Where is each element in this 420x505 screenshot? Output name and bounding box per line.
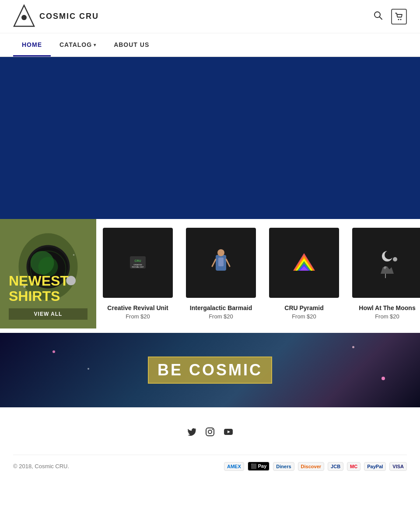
product-price: From $20 bbox=[352, 313, 420, 320]
nav-home[interactable]: HOME bbox=[13, 33, 51, 57]
be-cosmic-text: BE COSMIC bbox=[148, 357, 272, 384]
products-wrapper: NEWEST SHIRTS VIEW ALL CRU CREATIVE REVI bbox=[0, 219, 420, 328]
header-actions bbox=[374, 9, 407, 25]
youtube-link[interactable] bbox=[224, 427, 233, 439]
product-image: CRU CREATIVE REVIVAL UNIT bbox=[103, 228, 173, 298]
nav-catalog[interactable]: CATALOG ▾ bbox=[51, 33, 105, 57]
product-price: From $20 bbox=[269, 313, 339, 320]
payment-discover: Discover bbox=[298, 462, 324, 471]
payment-amex: AMEX bbox=[224, 462, 244, 471]
payment-diners: Diners bbox=[273, 462, 294, 471]
product-image bbox=[186, 228, 256, 298]
shirt-design-barmaid bbox=[190, 232, 252, 293]
svg-point-20 bbox=[217, 249, 224, 256]
star-decoration bbox=[88, 368, 89, 370]
social-links bbox=[13, 420, 407, 446]
svg-point-34 bbox=[393, 257, 397, 261]
star-decoration bbox=[52, 350, 55, 353]
svg-point-33 bbox=[385, 251, 393, 259]
payment-mastercard: MC bbox=[347, 462, 360, 471]
svg-point-14 bbox=[73, 254, 75, 256]
svg-text:REVIVAL UNIT: REVIVAL UNIT bbox=[132, 266, 144, 268]
search-button[interactable] bbox=[374, 11, 382, 22]
footer-bottom: © 2018, Cosmic CRU. AMEX ⬛ Pay Diners Di… bbox=[13, 455, 407, 471]
be-cosmic-banner: BE COSMIC bbox=[0, 333, 420, 407]
copyright-text: © 2018, Cosmic CRU. bbox=[13, 463, 69, 470]
product-price: From $20 bbox=[186, 313, 256, 320]
product-card[interactable]: Howl At The Moons From $20 bbox=[346, 219, 420, 328]
product-card[interactable]: CRU CREATIVE REVIVAL UNIT Creative Reviv… bbox=[96, 219, 179, 328]
payment-icons: AMEX ⬛ Pay Diners Discover JCB MC PayPal… bbox=[224, 462, 407, 471]
product-card[interactable]: CRU Pyramid From $20 bbox=[262, 219, 346, 328]
product-image bbox=[269, 228, 339, 298]
logo-icon bbox=[13, 4, 35, 28]
product-price: From $20 bbox=[103, 313, 173, 320]
star-decoration bbox=[352, 346, 354, 348]
product-name: CRU Pyramid bbox=[269, 304, 339, 311]
payment-jcb: JCB bbox=[328, 462, 343, 471]
chevron-down-icon: ▾ bbox=[94, 42, 96, 47]
instagram-icon bbox=[205, 427, 215, 437]
svg-line-3 bbox=[380, 17, 382, 20]
product-name: Creative Revival Unit bbox=[103, 304, 173, 311]
newest-label: NEWEST SHIRTS bbox=[9, 273, 88, 304]
twitter-icon bbox=[187, 427, 196, 437]
cart-button[interactable] bbox=[391, 9, 407, 25]
products-grid: CRU CREATIVE REVIVAL UNIT Creative Reviv… bbox=[96, 219, 420, 328]
shirt-design-pyramid bbox=[273, 232, 335, 293]
product-card[interactable]: Intergalactic Barmaid From $20 bbox=[179, 219, 262, 328]
product-image bbox=[352, 228, 420, 298]
hero-banner bbox=[0, 57, 420, 219]
shirt-design-moon bbox=[357, 232, 418, 293]
products-section: NEWEST SHIRTS VIEW ALL CRU CREATIVE REVI bbox=[0, 219, 420, 328]
svg-text:CRU: CRU bbox=[134, 259, 141, 262]
svg-rect-21 bbox=[218, 258, 224, 266]
brand-name: COSMIC CRU bbox=[39, 12, 99, 21]
site-footer: © 2018, Cosmic CRU. AMEX ⬛ Pay Diners Di… bbox=[0, 412, 420, 480]
svg-point-4 bbox=[398, 19, 399, 20]
search-icon bbox=[374, 11, 382, 20]
shirt-design-cru: CRU CREATIVE REVIVAL UNIT bbox=[107, 232, 168, 293]
svg-point-5 bbox=[400, 19, 402, 20]
payment-paypal: PayPal bbox=[364, 462, 386, 471]
youtube-icon bbox=[224, 427, 233, 437]
payment-applepay: ⬛ Pay bbox=[248, 462, 270, 471]
twitter-link[interactable] bbox=[187, 427, 196, 439]
svg-point-36 bbox=[208, 430, 212, 434]
product-name: Howl At The Moons bbox=[352, 304, 420, 311]
cart-icon bbox=[395, 13, 403, 21]
product-name: Intergalactic Barmaid bbox=[186, 304, 256, 311]
svg-point-1 bbox=[21, 15, 27, 20]
nav-about[interactable]: ABOUT US bbox=[105, 33, 158, 57]
main-nav: HOME CATALOG ▾ ABOUT US bbox=[0, 33, 420, 57]
star-decoration bbox=[382, 377, 385, 380]
site-header: COSMIC CRU bbox=[0, 0, 420, 33]
svg-point-37 bbox=[212, 429, 213, 430]
instagram-link[interactable] bbox=[205, 427, 215, 439]
payment-visa: VISA bbox=[389, 462, 407, 471]
view-all-button[interactable]: VIEW ALL bbox=[9, 308, 88, 320]
logo-link[interactable]: COSMIC CRU bbox=[13, 4, 99, 28]
newest-sidebar: NEWEST SHIRTS VIEW ALL bbox=[0, 219, 96, 328]
